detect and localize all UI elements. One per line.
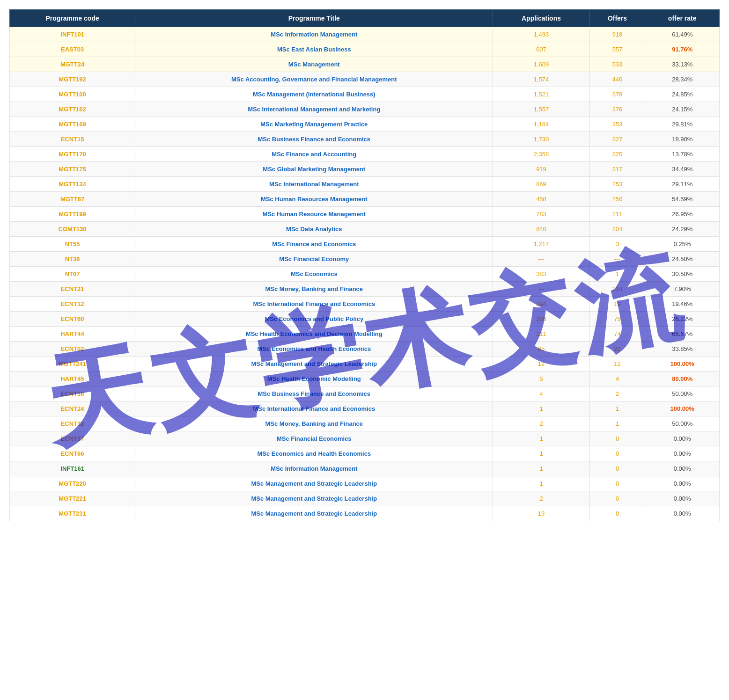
offers-cell: 1 xyxy=(589,267,645,282)
prog-code-cell: NT07 xyxy=(10,267,135,282)
prog-code-cell: INFT101 xyxy=(10,27,135,42)
prog-code-cell: MGTT24 xyxy=(10,57,135,72)
table-row: ECNT60MSc Economics and Public Policy286… xyxy=(10,312,720,327)
apps-cell: 383 xyxy=(493,267,589,282)
table-row: MGTT241MSc Management and Strategic Lead… xyxy=(10,357,720,372)
prog-title-cell: MSc Finance and Accounting xyxy=(135,147,493,162)
offers-cell: 22 xyxy=(589,342,645,357)
table-row: MGTT199MSc Human Resource Management7832… xyxy=(10,207,720,222)
prog-title-cell: MSc Human Resource Management xyxy=(135,207,493,222)
rate-cell: 54.59% xyxy=(645,192,720,207)
table-row: MGTT162MSc International Management and … xyxy=(10,102,720,117)
table-row: ECNT15MSc Business Finance and Economics… xyxy=(10,132,720,147)
rate-cell: 26.22% xyxy=(645,312,720,327)
offers-cell: 533 xyxy=(589,57,645,72)
prog-code-cell: ECNT37 xyxy=(10,431,135,446)
prog-code-cell: MGTT169 xyxy=(10,117,135,132)
prog-title-cell: MSc Management and Strategic Leadership xyxy=(135,476,493,491)
prog-code-cell: NT36 xyxy=(10,252,135,267)
apps-cell: 458 xyxy=(493,192,589,207)
table-header-row: Programme code Programme Title Applicati… xyxy=(10,10,720,27)
apps-cell: 394 xyxy=(493,297,589,312)
rate-cell: 50.00% xyxy=(645,416,720,431)
offers-cell: 114 xyxy=(589,282,645,297)
prog-code-cell: MGTT241 xyxy=(10,357,135,372)
apps-cell: 607 xyxy=(493,42,589,57)
rate-cell: 91.76% xyxy=(645,42,720,57)
rate-cell: 7.90% xyxy=(645,282,720,297)
offers-cell: 325 xyxy=(589,147,645,162)
offers-cell: 378 xyxy=(589,87,645,102)
apps-cell: 783 xyxy=(493,207,589,222)
prog-title-cell: MSc Human Resources Management xyxy=(135,192,493,207)
rate-cell: 24.85% xyxy=(645,87,720,102)
offers-cell: 211 xyxy=(589,207,645,222)
prog-title-cell: MSc Marketing Management Practice xyxy=(135,117,493,132)
table-row: INFT101MSc Information Management1,49391… xyxy=(10,27,720,42)
rate-cell: 66.67% xyxy=(645,327,720,342)
rate-cell: 24.50% xyxy=(645,252,720,267)
prog-title-cell: MSc Economics xyxy=(135,267,493,282)
apps-cell: 1 xyxy=(493,401,589,416)
prog-title-cell: MSc Finance and Economics xyxy=(135,237,493,252)
prog-code-cell: ECNT24 xyxy=(10,401,135,416)
rate-cell: 30.50% xyxy=(645,267,720,282)
apps-cell: 2 xyxy=(493,416,589,431)
prog-title-cell: MSc Business Finance and Economics xyxy=(135,132,493,147)
prog-title-cell: MSc Financial Economics xyxy=(135,431,493,446)
prog-title-cell: MSc Health Economic Modelling xyxy=(135,372,493,386)
prog-code-cell: ECNT66 xyxy=(10,446,135,461)
prog-code-cell: ECNT16 xyxy=(10,386,135,401)
col-header-code: Programme code xyxy=(10,10,135,27)
apps-cell: 1,184 xyxy=(493,117,589,132)
apps-cell: --- xyxy=(493,282,589,297)
prog-title-cell: MSc Global Marketing Management xyxy=(135,162,493,177)
apps-cell: 1,521 xyxy=(493,87,589,102)
prog-code-cell: MGTT100 xyxy=(10,87,135,102)
prog-code-cell: EAST03 xyxy=(10,42,135,57)
table-row: MGTT67MSc Human Resources Management4582… xyxy=(10,192,720,207)
table-row: MGTT100MSc Management (International Bus… xyxy=(10,87,720,102)
table-row: NT55MSc Finance and Economics1,21730.25% xyxy=(10,237,720,252)
apps-cell: 919 xyxy=(493,162,589,177)
table-row: MGTT170MSc Finance and Accounting2,35832… xyxy=(10,147,720,162)
table-row: HART44MSc Health Economics and Decision … xyxy=(10,327,720,342)
apps-cell: 1,493 xyxy=(493,27,589,42)
prog-code-cell: MGTT67 xyxy=(10,192,135,207)
prog-code-cell: COMT130 xyxy=(10,222,135,237)
table-container: Programme code Programme Title Applicati… xyxy=(0,0,729,531)
table-row: HART45MSc Health Economic Modelling5480.… xyxy=(10,372,720,386)
prog-title-cell: MSc International Finance and Economics xyxy=(135,401,493,416)
table-row: MGTT231MSc Management and Strategic Lead… xyxy=(10,506,720,521)
offers-cell: 0 xyxy=(589,461,645,476)
rate-cell: 100.00% xyxy=(645,401,720,416)
apps-cell: 12 xyxy=(493,357,589,372)
prog-title-cell: MSc Economics and Public Policy xyxy=(135,312,493,327)
apps-cell: 869 xyxy=(493,177,589,192)
rate-cell: 19.46% xyxy=(645,297,720,312)
rate-cell: 50.00% xyxy=(645,386,720,401)
rate-cell: 33.13% xyxy=(645,57,720,72)
offers-cell: 446 xyxy=(589,72,645,87)
prog-title-cell: MSc International Finance and Economics xyxy=(135,297,493,312)
rate-cell: 0.00% xyxy=(645,506,720,521)
prog-title-cell: MSc Economics and Health Economics xyxy=(135,446,493,461)
table-row: MGTT221MSc Management and Strategic Lead… xyxy=(10,491,720,506)
prog-title-cell: MSc Management and Strategic Leadership xyxy=(135,506,493,521)
prog-code-cell: MGTT134 xyxy=(10,177,135,192)
rate-cell: 29.11% xyxy=(645,177,720,192)
table-row: ECNT12MSc International Finance and Econ… xyxy=(10,297,720,312)
offers-cell: 353 xyxy=(589,117,645,132)
table-row: MGTT175MSc Global Marketing Management91… xyxy=(10,162,720,177)
prog-title-cell: MSc Information Management xyxy=(135,27,493,42)
apps-cell: 4 xyxy=(493,386,589,401)
offers-cell: 2 xyxy=(589,386,645,401)
rate-cell: 18.90% xyxy=(645,132,720,147)
apps-cell: 840 xyxy=(493,222,589,237)
offers-cell: 3 xyxy=(589,237,645,252)
prog-title-cell: MSc Financial Economy xyxy=(135,252,493,267)
offers-cell: 1 xyxy=(589,401,645,416)
table-row: ECNT66MSc Economics and Health Economics… xyxy=(10,446,720,461)
rate-cell: 0.00% xyxy=(645,431,720,446)
rate-cell: 0.25% xyxy=(645,237,720,252)
